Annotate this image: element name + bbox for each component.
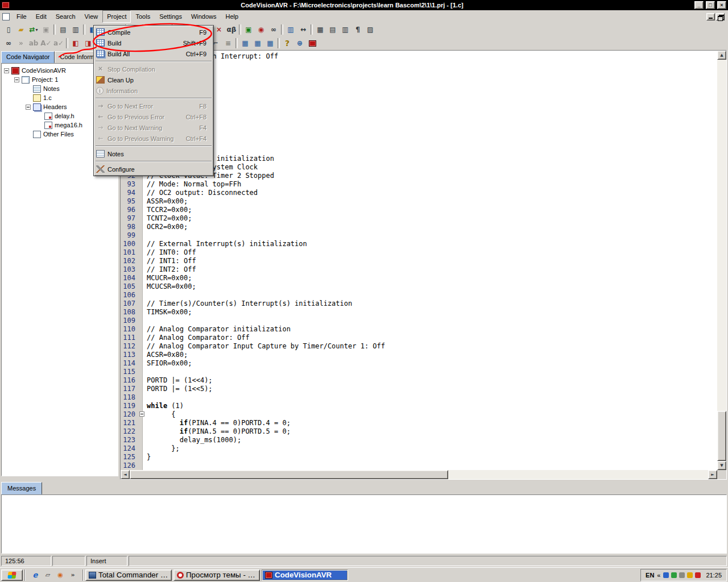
collapse-block-icon[interactable] [139,411,144,417]
menu-file[interactable]: File [12,10,31,23]
code-line[interactable]: 101 // INT0: Off [121,248,717,256]
serial-leds-button[interactable]: ◉ [255,24,267,36]
ascii-chart-button[interactable]: αβ [225,24,238,36]
horizontal-scrollbar[interactable]: ◄ ► [121,470,717,479]
open-file-button[interactable]: ▰ [15,24,27,36]
code-line[interactable]: 95 ASSR=0x00; [121,197,717,205]
menu-item-configure[interactable]: Configure [95,164,212,174]
print-preview-button[interactable]: ▥ [69,24,82,36]
language-indicator[interactable]: EN [646,572,654,579]
codevision-website-button[interactable]: ⊕ [293,38,306,49]
menu-settings[interactable]: Settings [155,10,187,23]
tab-messages[interactable]: Messages [1,482,42,494]
find-text-button[interactable]: ∞ [2,38,15,49]
memory-view-button[interactable]: ▦ [251,38,264,49]
code-line[interactable]: 116 PORTD |= (1<<4); [121,376,717,384]
reopen-file-button[interactable]: ⇄ [27,24,40,36]
menu-item-build[interactable]: Build Shift+F9 [95,38,212,48]
close-button[interactable]: × [717,1,726,9]
menu-item-go-prev-error[interactable]: Go to Previous Error Ctrl+F8 [95,111,212,122]
menu-project[interactable]: Project [102,10,131,23]
tree-collapse-icon[interactable] [14,77,19,82]
task-browser-topic[interactable]: Просмотр темы - П... [173,569,260,581]
code-line[interactable]: 117 PORTD |= (1<<5); [121,384,717,393]
scroll-left-icon[interactable]: ◄ [121,470,130,479]
code-line[interactable]: 99 [121,231,717,239]
find-next-button[interactable]: » [15,38,27,49]
menu-item-stop-compilation[interactable]: Stop Compilation [95,64,212,74]
tray-network-icon[interactable] [663,572,669,578]
vertical-scroll-thumb[interactable] [717,411,726,461]
menu-item-compile[interactable]: Compile F9 [95,27,212,38]
tree-collapse-icon[interactable] [4,68,9,73]
spell-word-button[interactable]: a✓ [52,38,65,49]
code-line[interactable]: 123 delay_ms(1000); [121,435,717,444]
quicklaunch-browser-icon[interactable]: e [30,569,41,581]
mdi-minimize-button[interactable] [706,13,715,20]
fuse-bits-view-button[interactable]: ▦ [239,38,251,49]
minimize-button[interactable]: _ [694,1,704,9]
menu-help[interactable]: Help [221,10,243,23]
io-registers-view-button[interactable]: ▦ [264,38,276,49]
cascade-windows-button[interactable]: ▦ [314,24,326,36]
menu-windows[interactable]: Windows [187,10,221,23]
scroll-up-icon[interactable]: ▲ [717,51,726,60]
code-line[interactable]: 97 TCNT2=0x00; [121,214,717,222]
code-line[interactable]: 108 TIMSK=0x00; [121,307,717,316]
code-line[interactable]: 115 [121,367,717,376]
code-line[interactable]: 98 OCR2=0x00; [121,222,717,231]
window-list-button[interactable]: ▨ [364,24,377,36]
code-line[interactable]: 114 SFIOR=0x00; [121,359,717,367]
task-codevisionavr[interactable]: CodeVisionAVR [262,569,348,581]
tab-code-navigator[interactable]: Code Navigator [1,51,55,63]
code-line[interactable]: 102 // INT1: Off [121,256,717,265]
code-line[interactable]: 124 }; [121,444,717,452]
menu-item-go-next-warning[interactable]: Go to Next Warning F4 [95,122,212,133]
save-file-button[interactable]: ▣ [40,24,52,36]
menu-item-clean-up[interactable]: Clean Up [95,74,212,85]
code-line[interactable]: 103 // INT2: Off [121,265,717,273]
menu-item-build-all[interactable]: Build All Ctrl+F9 [95,48,212,59]
horizontal-scroll-thumb[interactable] [130,470,448,479]
help-button[interactable]: ? [281,38,293,49]
menu-item-information[interactable]: Information [95,85,212,96]
replace-text-button[interactable]: ab [27,38,40,49]
print-file-button[interactable]: ▤ [57,24,69,36]
code-line[interactable]: 125 } [121,452,717,461]
tile-vertical-button[interactable]: ▥ [339,24,351,36]
about-codevision-button[interactable] [306,38,318,49]
menu-item-go-next-error[interactable]: Go to Next Error F8 [95,101,212,111]
code-line[interactable]: 121 if(PINA.4 == 0)PORTD.4 = 0; [121,418,717,427]
quicklaunch-media-icon[interactable]: ◉ [55,569,66,581]
maximize-button[interactable]: □ [706,1,715,9]
scroll-down-icon[interactable]: ▼ [717,461,726,470]
code-line[interactable]: 122 if(PINA.5 == 0)PORTD.5 = 0; [121,427,717,435]
paragraph-marks-button[interactable]: ¶ [351,24,364,36]
app-icon[interactable] [2,2,10,9]
code-line[interactable]: 109 [121,316,717,325]
code-line[interactable]: 107 // Timer(s)/Counter(s) Interrupt(s) … [121,299,717,307]
code-line[interactable]: 94 // OC2 output: Disconnected [121,188,717,197]
code-line[interactable]: 100 // External Interrupt(s) initializat… [121,239,717,248]
code-line[interactable]: 106 [121,290,717,299]
code-line[interactable]: 119 while (1) [121,401,717,410]
code-line[interactable]: 120 { [121,410,717,418]
tray-display-icon[interactable] [687,572,693,578]
mdi-restore-button[interactable] [716,13,725,20]
quicklaunch-desktop-icon[interactable]: ▱ [42,569,53,581]
menu-view[interactable]: View [80,10,103,23]
menu-item-notes[interactable]: Notes [95,148,212,159]
mdi-document-icon[interactable] [2,13,10,20]
menu-item-go-prev-warning[interactable]: Go to Previous Warning Ctrl+F4 [95,133,212,144]
tray-volume-icon[interactable] [679,572,685,578]
tray-update-icon[interactable] [695,572,701,578]
convert-unix-button[interactable]: ◨ [82,38,94,49]
terminal-button[interactable]: ▣ [242,24,255,36]
code-line[interactable]: 113 ACSR=0x80; [121,350,717,359]
uncomment-block-button[interactable]: × [213,24,225,36]
code-line[interactable]: 96 TCCR2=0x00; [121,205,717,214]
quicklaunch-more-icon[interactable]: » [67,569,78,581]
vertical-scrollbar[interactable]: ▲ ▼ [717,51,726,470]
code-line[interactable]: 111 // Analog Comparator: Off [121,333,717,342]
code-line[interactable]: 126 [121,461,717,469]
